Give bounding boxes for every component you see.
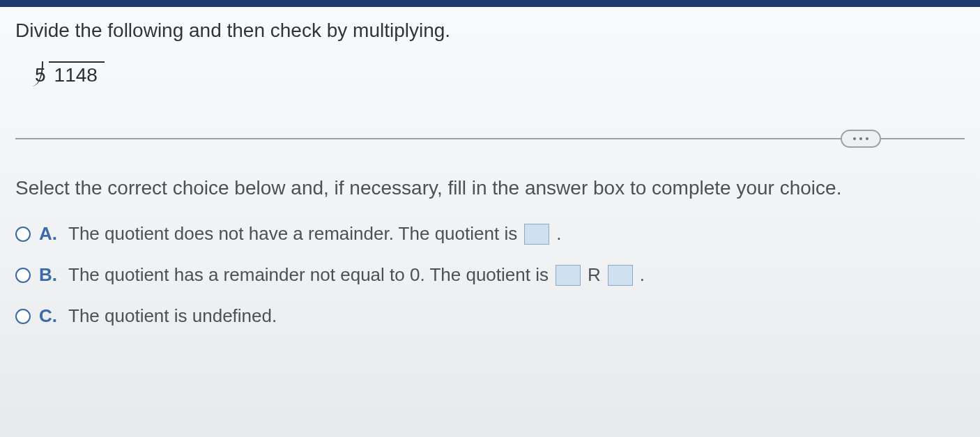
- separator-row: [15, 130, 965, 151]
- dividend-value: 1148: [54, 64, 98, 86]
- choice-letter-b: B.: [39, 264, 59, 286]
- choice-letter-c: C.: [39, 305, 59, 327]
- ellipsis-icon: [866, 137, 868, 140]
- window-top-bar: [0, 0, 980, 7]
- radio-c[interactable]: [15, 309, 31, 324]
- question-page: Divide the following and then check by m…: [0, 7, 980, 437]
- choice-c[interactable]: C. The quotient is undefined.: [15, 305, 965, 327]
- choice-text-c: The quotient is undefined.: [68, 305, 277, 327]
- horizontal-divider: [15, 138, 965, 139]
- choice-a-text-before: The quotient does not have a remainder. …: [68, 223, 517, 245]
- choice-b-remainder-box[interactable]: [608, 265, 633, 286]
- choice-b[interactable]: B. The quotient has a remainder not equa…: [15, 264, 965, 286]
- radio-a[interactable]: [15, 227, 31, 242]
- choice-instruction: Select the correct choice below and, if …: [15, 177, 965, 199]
- choice-c-text: The quotient is undefined.: [68, 305, 277, 327]
- ellipsis-icon: [859, 137, 862, 140]
- choice-a-text-after: .: [556, 223, 561, 245]
- long-division-expression: 5 1148: [35, 61, 105, 88]
- radio-b[interactable]: [15, 268, 31, 283]
- choice-b-r-label: R: [588, 264, 601, 286]
- dividend-wrap: 1148: [49, 61, 105, 88]
- choice-b-quotient-box[interactable]: [556, 265, 581, 286]
- choices-list: A. The quotient does not have a remainde…: [15, 223, 965, 327]
- choice-a[interactable]: A. The quotient does not have a remainde…: [15, 223, 965, 245]
- choice-b-text-after: .: [640, 264, 645, 286]
- ellipsis-icon: [853, 137, 856, 140]
- choice-text-b: The quotient has a remainder not equal t…: [68, 264, 645, 286]
- more-options-button[interactable]: [841, 130, 881, 148]
- choice-letter-a: A.: [39, 223, 59, 245]
- question-prompt: Divide the following and then check by m…: [15, 20, 965, 42]
- choice-a-answer-box[interactable]: [524, 224, 549, 245]
- choice-b-text-before: The quotient has a remainder not equal t…: [68, 264, 549, 286]
- choice-text-a: The quotient does not have a remainder. …: [68, 223, 561, 245]
